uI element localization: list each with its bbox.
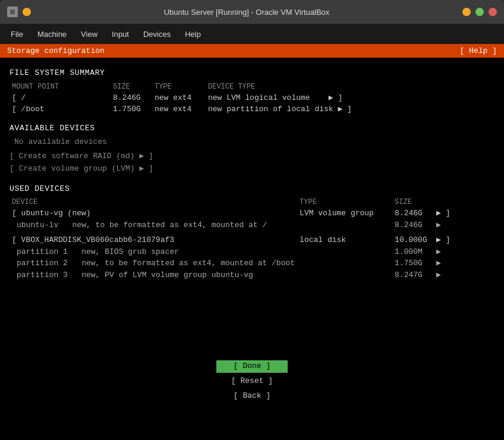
used-col-headers: DEVICE TYPE SIZE (10, 197, 494, 208)
no-devices-msg: No available devices (10, 136, 494, 148)
used-group-vbox-hd[interactable]: [ VBOX_HARDDISK_VB060cabb6-21079af3 loca… (10, 234, 494, 246)
used-group-ubuntu-vg[interactable]: [ ubuntu-vg (new) LVM volume group 8.246… (10, 208, 494, 219)
help-label[interactable]: [ Help ] (460, 46, 497, 55)
menubar: File Machine View Input Devices Help (0, 24, 504, 44)
menu-help[interactable]: Help (179, 27, 207, 41)
minimize-button[interactable] (23, 8, 31, 16)
bottom-buttons: [ Done ] [ Reset ] [ Back ] (0, 285, 504, 407)
back-button[interactable]: [ Back ] (216, 390, 288, 403)
tb-max-btn[interactable] (475, 8, 484, 16)
used-row-part2[interactable]: partition 2 new, to be formatted as ext4… (10, 257, 494, 269)
titlebar-right (462, 8, 497, 16)
titlebar: Ubuntu Server [Running] - Oracle VM Virt… (0, 0, 504, 24)
fs-col-headers: MOUNT POINT SIZE TYPE DEVICE TYPE (10, 81, 494, 92)
titlebar-left (7, 7, 31, 17)
fs-summary-table: MOUNT POINT SIZE TYPE DEVICE TYPE [ / 8.… (10, 81, 494, 115)
menu-machine[interactable]: Machine (32, 27, 73, 41)
used-row-part1[interactable]: partition 1 new, BIOS grub spacer 1.000M… (10, 246, 494, 258)
tb-min-btn[interactable] (462, 8, 471, 16)
used-row-part3[interactable]: partition 3 new, PV of LVM volume group … (10, 269, 494, 281)
reset-button[interactable]: [ Reset ] (216, 375, 288, 388)
used-devices-table: DEVICE TYPE SIZE [ ubuntu-vg (new) LVM v… (10, 197, 494, 281)
menu-devices[interactable]: Devices (137, 27, 177, 41)
used-row-ubuntu-lv[interactable]: ubuntu-lv new, to be formatted as ext4, … (10, 219, 494, 231)
storage-config-header: Storage configuration [ Help ] (0, 44, 504, 58)
menu-input[interactable]: Input (106, 27, 135, 41)
menu-view[interactable]: View (75, 27, 103, 41)
fs-row-root[interactable]: [ / 8.246G new ext4 new LVM logical volu… (10, 92, 494, 104)
create-raid-action[interactable]: [ Create software RAID (md) ▶ ] (10, 150, 494, 162)
create-lvm-action[interactable]: [ Create volume group (LVM) ▶ ] (10, 163, 494, 175)
fs-row-boot[interactable]: [ /boot 1.750G new ext4 new partition of… (10, 103, 494, 115)
main-content: FILE SYSTEM SUMMARY MOUNT POINT SIZE TYP… (0, 58, 504, 285)
window-title: Ubuntu Server [Running] - Oracle VM Virt… (164, 8, 330, 17)
used-devices-title: USED DEVICES (10, 183, 494, 195)
tb-close-btn[interactable] (489, 8, 497, 16)
done-button[interactable]: [ Done ] (216, 360, 288, 373)
fs-summary-title: FILE SYSTEM SUMMARY (10, 67, 494, 79)
storage-config-title: Storage configuration (7, 46, 105, 55)
menu-file[interactable]: File (5, 27, 29, 41)
svg-rect-1 (10, 10, 15, 14)
available-devices-title: AVAILABLE DEVICES (10, 122, 494, 134)
vm-screen: Storage configuration [ Help ] FILE SYST… (0, 44, 504, 440)
app-icon (7, 7, 18, 17)
